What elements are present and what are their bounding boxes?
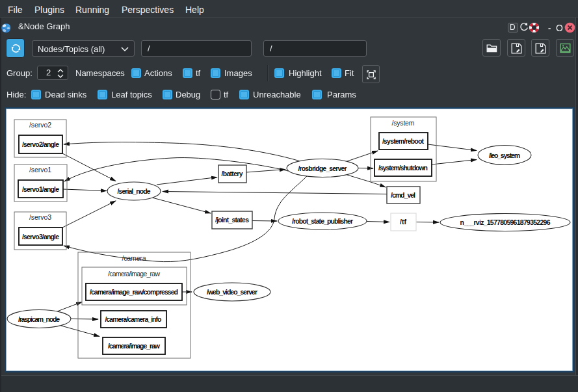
svg-text:/battery: /battery [222,170,243,177]
svg-text:/cmd_vel: /cmd_vel [391,191,415,199]
svg-text:/camera: /camera [122,254,146,262]
svg-text:/camera/camera_info: /camera/camera_info [105,315,162,323]
svg-text:/robot_state_publisher: /robot_state_publisher [292,217,353,225]
svg-text:/system: /system [392,119,415,127]
svg-text:/joint_states: /joint_states [215,216,249,224]
svg-text:/camera/image_raw/compressed: /camera/image_raw/compressed [90,288,178,296]
svg-text:n___rviz_1577805961879352296: n___rviz_1577805961879352296 [460,218,551,226]
svg-text:/system/reboot: /system/reboot [382,137,425,145]
svg-text:/web_video_server: /web_video_server [207,288,257,296]
svg-text:/raspicam_node: /raspicam_node [18,315,60,323]
svg-text:/tf: /tf [400,218,406,226]
svg-text:/rosbridge_server: /rosbridge_server [298,164,347,172]
svg-text:/leo_system: /leo_system [489,151,520,159]
svg-text:/servo1: /servo1 [29,166,51,174]
svg-text:/servo1/angle: /servo1/angle [22,185,59,193]
svg-text:/camera/image_raw: /camera/image_raw [108,342,161,350]
svg-text:/servo2/angle: /servo2/angle [22,140,59,148]
svg-text:/camera/image_raw: /camera/image_raw [108,270,160,278]
svg-text:/servo3: /servo3 [29,213,51,221]
svg-text:/serial_node: /serial_node [118,187,151,195]
svg-text:/servo3/angle: /servo3/angle [22,233,59,241]
svg-text:/system/shutdown: /system/shutdown [378,164,428,172]
svg-text:/servo2: /servo2 [29,121,51,129]
